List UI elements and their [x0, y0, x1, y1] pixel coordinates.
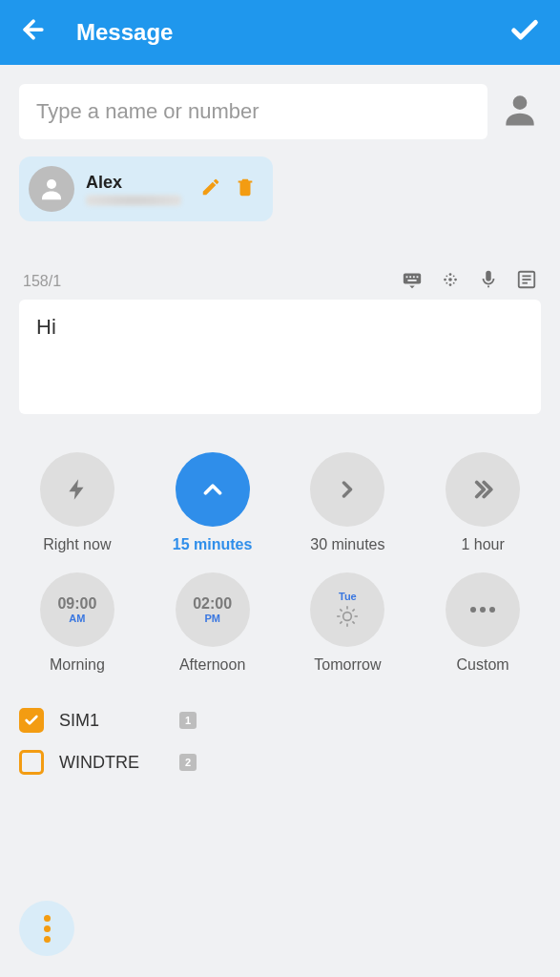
schedule-grid: Right now 15 minutes 30 minutes 1 hour 0…	[19, 452, 541, 674]
delete-icon[interactable]	[235, 177, 256, 201]
sun-icon	[335, 604, 360, 629]
message-body: Hi	[36, 315, 56, 339]
svg-point-12	[449, 283, 452, 286]
svg-line-29	[353, 621, 355, 623]
dot-icon	[44, 925, 51, 932]
svg-line-31	[353, 609, 355, 611]
schedule-time: 02:00	[193, 595, 232, 613]
confirm-icon[interactable]	[508, 14, 541, 51]
schedule-label: 30 minutes	[310, 536, 384, 553]
sim-name: WINDTRE	[59, 753, 164, 773]
keyboard-icon[interactable]	[402, 269, 423, 294]
checkbox-icon[interactable]	[19, 750, 44, 775]
svg-rect-8	[407, 280, 416, 281]
page-title: Message	[76, 19, 508, 46]
schedule-label: Afternoon	[179, 656, 245, 674]
svg-point-14	[454, 279, 457, 281]
svg-point-15	[446, 275, 447, 277]
double-chevron-right-icon	[468, 475, 497, 504]
schedule-morning[interactable]: 09:00 AM Morning	[19, 572, 135, 674]
app-header: Message	[0, 0, 560, 65]
svg-rect-5	[409, 276, 411, 278]
svg-rect-4	[406, 276, 408, 278]
svg-point-2	[47, 179, 56, 189]
contact-name: Alex	[86, 173, 181, 193]
recipient-row	[19, 84, 541, 139]
schedule-label: 1 hour	[461, 536, 504, 553]
sim-badge: 1	[179, 712, 197, 729]
mic-icon[interactable]	[478, 269, 499, 294]
sim-list: SIM1 1 WINDTRE 2	[19, 708, 541, 775]
schedule-right-now[interactable]: Right now	[19, 452, 135, 553]
svg-point-11	[449, 273, 452, 276]
schedule-day: Tue	[339, 591, 357, 602]
edit-icon[interactable]	[200, 177, 221, 201]
svg-line-28	[341, 609, 342, 611]
svg-rect-6	[413, 276, 415, 278]
schedule-period: PM	[204, 613, 220, 624]
schedule-label: Custom	[457, 656, 509, 674]
sim-name: SIM1	[59, 711, 164, 731]
avatar-icon	[29, 166, 74, 212]
svg-point-18	[453, 282, 455, 284]
svg-point-34	[489, 607, 495, 613]
contact-picker-icon[interactable]	[499, 89, 541, 135]
svg-point-13	[444, 279, 446, 281]
more-options-button[interactable]	[19, 901, 74, 956]
svg-point-33	[480, 607, 486, 613]
assistant-icon[interactable]	[440, 269, 461, 294]
schedule-label: Right now	[43, 536, 111, 553]
schedule-label: 15 minutes	[173, 536, 253, 553]
svg-point-23	[343, 613, 352, 621]
svg-rect-3	[404, 274, 421, 284]
schedule-15-minutes[interactable]: 15 minutes	[155, 452, 271, 553]
svg-line-30	[341, 621, 342, 623]
message-meta-row: 158/1	[19, 269, 541, 300]
svg-point-1	[513, 95, 528, 110]
svg-point-16	[453, 275, 455, 277]
chevron-up-icon	[198, 475, 227, 504]
svg-point-10	[448, 278, 452, 281]
dot-icon	[44, 936, 51, 943]
schedule-label: Morning	[50, 656, 105, 674]
sim-row-windtre[interactable]: WINDTRE 2	[19, 750, 541, 775]
recipient-input[interactable]	[19, 84, 487, 139]
dot-icon	[44, 915, 51, 922]
contact-number-redacted	[86, 195, 181, 206]
back-icon[interactable]	[19, 15, 48, 51]
svg-marker-9	[409, 285, 415, 288]
schedule-afternoon[interactable]: 02:00 PM Afternoon	[155, 572, 271, 674]
contact-chip: Alex	[19, 156, 273, 221]
char-counter: 158/1	[23, 273, 61, 290]
template-icon[interactable]	[516, 269, 537, 294]
sim-row-sim1[interactable]: SIM1 1	[19, 708, 541, 733]
svg-point-17	[446, 282, 447, 284]
chevron-right-icon	[334, 476, 361, 503]
message-input[interactable]: Hi	[19, 300, 541, 414]
sim-badge: 2	[179, 754, 197, 771]
checkbox-icon[interactable]	[19, 708, 44, 733]
svg-rect-7	[417, 276, 419, 278]
schedule-label: Tomorrow	[314, 656, 381, 674]
schedule-period: AM	[69, 613, 85, 624]
schedule-1-hour[interactable]: 1 hour	[425, 452, 541, 553]
schedule-tomorrow[interactable]: Tue Tomorrow	[290, 572, 406, 674]
bolt-icon	[65, 477, 90, 502]
more-icon	[469, 606, 496, 613]
schedule-custom[interactable]: Custom	[425, 572, 541, 674]
schedule-30-minutes[interactable]: 30 minutes	[290, 452, 406, 553]
svg-point-32	[470, 607, 476, 613]
schedule-time: 09:00	[57, 595, 96, 613]
